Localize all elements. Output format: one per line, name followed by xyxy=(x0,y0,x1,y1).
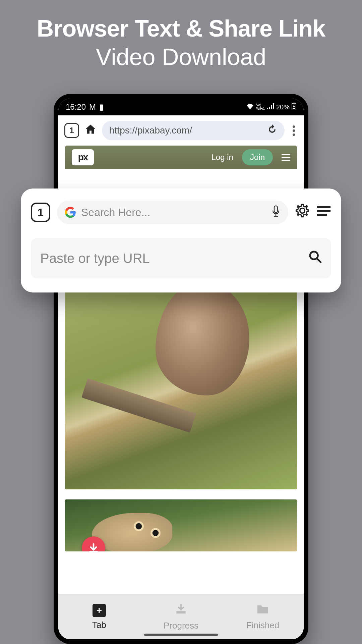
image-card-butterfly[interactable] xyxy=(65,499,297,551)
svg-line-8 xyxy=(317,258,321,262)
pixabay-logo[interactable]: px xyxy=(72,149,94,165)
microphone-icon[interactable] xyxy=(271,205,281,220)
google-icon xyxy=(64,206,76,218)
battery-icon xyxy=(292,103,296,112)
overflow-menu-button[interactable] xyxy=(290,125,298,136)
overlay-top-row: 1 Search Here... xyxy=(31,201,331,224)
home-indicator xyxy=(144,634,218,636)
status-time: 16:20 xyxy=(66,102,86,112)
search-placeholder: Search Here... xyxy=(81,206,266,219)
tab-plus-icon: + xyxy=(93,604,106,617)
status-left: 16:20 M ▮ xyxy=(66,102,104,112)
browser-toolbar: 1 https://pixabay.com/ xyxy=(58,115,304,146)
nav-tab-label: Tab xyxy=(92,620,106,630)
settings-button[interactable] xyxy=(295,203,310,221)
search-input[interactable]: Search Here... xyxy=(57,201,288,224)
nav-progress[interactable]: Progress xyxy=(140,594,222,639)
wifi-icon xyxy=(246,103,254,111)
home-button[interactable] xyxy=(84,123,97,138)
bottom-nav: + Tab Progress Finished xyxy=(58,594,304,639)
folder-icon xyxy=(256,603,269,618)
search-overlay-card: 1 Search Here... Paste or type URL xyxy=(21,189,341,292)
nav-finished[interactable]: Finished xyxy=(222,594,304,639)
url-text: https://pixabay.com/ xyxy=(109,125,192,136)
join-button[interactable]: Join xyxy=(242,149,273,165)
volte-icon: Vo)WiFi1 xyxy=(256,104,265,110)
image-card-bird[interactable] xyxy=(65,271,297,489)
nav-progress-label: Progress xyxy=(164,621,198,631)
hamburger-menu-button[interactable] xyxy=(316,204,331,220)
pixabay-nav: Log in Join xyxy=(212,149,290,165)
overlay-tab-count[interactable]: 1 xyxy=(31,203,50,222)
status-bar: 16:20 M ▮ Vo)WiFi1 20% xyxy=(58,99,304,115)
notification-icon: ▮ xyxy=(99,102,104,112)
wing-spot xyxy=(149,526,162,540)
nav-finished-label: Finished xyxy=(246,620,279,631)
url-bar[interactable]: https://pixabay.com/ xyxy=(102,121,285,140)
phone-frame: 16:20 M ▮ Vo)WiFi1 20% 1 xyxy=(54,94,308,644)
url-input[interactable]: Paste or type URL xyxy=(31,238,331,278)
login-link[interactable]: Log in xyxy=(212,153,233,162)
tab-count-button[interactable]: 1 xyxy=(64,123,79,138)
wing-spot xyxy=(132,520,145,533)
svg-rect-2 xyxy=(293,108,295,109)
bird-graphic xyxy=(156,281,249,395)
download-icon xyxy=(175,603,187,618)
status-right: Vo)WiFi1 20% xyxy=(246,103,296,112)
headline-bold: Browser Text & Share Link xyxy=(7,15,355,42)
reload-icon[interactable] xyxy=(267,124,277,137)
url-placeholder: Paste or type URL xyxy=(40,251,150,266)
svg-rect-3 xyxy=(274,206,278,212)
phone-screen: 16:20 M ▮ Vo)WiFi1 20% 1 xyxy=(58,99,304,639)
pixabay-menu-icon[interactable] xyxy=(282,154,290,161)
pixabay-header: px Log in Join xyxy=(65,146,297,169)
gmail-icon: M xyxy=(89,102,96,112)
headline-light: Video Download xyxy=(7,44,355,70)
nav-tab[interactable]: + Tab xyxy=(58,594,140,639)
battery-percent: 20% xyxy=(276,103,290,111)
promo-headline: Browser Text & Share Link Video Download xyxy=(0,0,362,70)
search-icon[interactable] xyxy=(308,250,322,267)
signal-icon xyxy=(267,103,274,111)
